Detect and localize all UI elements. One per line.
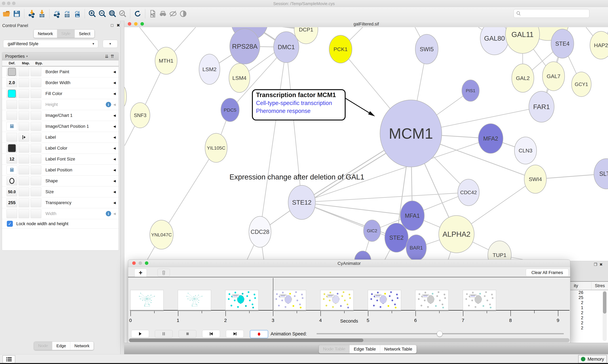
- keyframe-thumbnail[interactable]: [320, 290, 354, 310]
- default-value-cell[interactable]: [6, 67, 17, 76]
- properties-header[interactable]: Properties ▾ ⇊⇈: [2, 52, 119, 60]
- table-scrollbar[interactable]: [603, 290, 607, 341]
- pause-button[interactable]: [155, 330, 173, 338]
- node-bar1[interactable]: BAR1: [406, 235, 426, 261]
- bypass-cell[interactable]: [30, 187, 41, 196]
- node-pdc5[interactable]: PDC5: [221, 98, 239, 122]
- node-cln3[interactable]: CLN3: [514, 137, 537, 164]
- record-button[interactable]: [250, 330, 268, 338]
- mapping-cell[interactable]: [18, 67, 29, 76]
- property-row-border-width[interactable]: 2.0Border Width◀: [2, 77, 119, 88]
- node-mfa2[interactable]: MFA2: [478, 124, 503, 153]
- skip-end-button[interactable]: [226, 330, 244, 338]
- zoom-out-button[interactable]: [97, 9, 108, 19]
- column-centrality[interactable]: ity: [569, 282, 591, 290]
- property-row-border-paint[interactable]: Border Paint◀: [2, 66, 119, 77]
- keyframe-thumbnail[interactable]: [463, 290, 496, 310]
- default-value-cell[interactable]: [6, 133, 17, 142]
- expand-arrow-icon[interactable]: ◀: [113, 103, 116, 106]
- table-cell-value[interactable]: 2: [569, 310, 608, 315]
- dock-tab-node-table[interactable]: Node Table: [319, 345, 350, 353]
- export-image-button[interactable]: [72, 9, 82, 19]
- node-rps28a[interactable]: RPS28A: [230, 29, 260, 64]
- default-value-cell[interactable]: 50.0: [6, 187, 17, 196]
- edge[interactable]: [260, 47, 286, 232]
- tab-network[interactable]: Network: [70, 342, 94, 350]
- info-icon[interactable]: i: [106, 211, 111, 216]
- property-row-label-font-size[interactable]: 12Label Font Size◀: [2, 154, 119, 165]
- property-row-label-position[interactable]: Label Position◀: [2, 165, 119, 176]
- scrollbar-thumb[interactable]: [129, 338, 363, 342]
- timeline-scrollbar[interactable]: [129, 338, 569, 342]
- hide-details-button[interactable]: [168, 9, 178, 19]
- open-session-button[interactable]: [1, 9, 12, 19]
- table-cell-value[interactable]: 2: [569, 315, 608, 321]
- annotation-box[interactable]: Transcription factor MCM1 Cell-type-spec…: [252, 89, 346, 120]
- table-cell-value[interactable]: 2: [569, 300, 608, 305]
- mapping-cell[interactable]: [18, 144, 29, 153]
- default-value-cell[interactable]: 12: [6, 155, 17, 164]
- node-mcm1[interactable]: MCM1: [380, 100, 442, 167]
- keyframe-thumbnail[interactable]: [273, 290, 306, 310]
- bypass-cell[interactable]: [30, 122, 41, 131]
- mapping-cell[interactable]: [18, 166, 29, 174]
- slider-thumb[interactable]: [437, 331, 442, 337]
- default-value-cell[interactable]: [6, 209, 17, 218]
- float-panel-icon[interactable]: □: [111, 23, 113, 28]
- lock-size-checkbox[interactable]: ✓: [7, 221, 13, 227]
- zoom-selected-button[interactable]: [118, 9, 128, 19]
- delete-frame-button[interactable]: [158, 269, 170, 277]
- keyframe-thumbnail[interactable]: [368, 290, 401, 310]
- node-pis1[interactable]: PIS1: [462, 80, 479, 101]
- tab-style[interactable]: Style: [57, 30, 75, 38]
- clear-all-frames-button[interactable]: Clear All Frames: [526, 269, 568, 277]
- mapping-cell[interactable]: [18, 209, 29, 218]
- keyframe-thumbnail[interactable]: [130, 290, 164, 310]
- panel-window-icons[interactable]: ❐✖: [594, 262, 605, 267]
- tab-select[interactable]: Select: [75, 30, 94, 38]
- mapping-cell[interactable]: [18, 176, 29, 185]
- zoom-fit-button[interactable]: [108, 9, 118, 19]
- mapping-cell[interactable]: [18, 122, 29, 131]
- skip-start-button[interactable]: [202, 330, 220, 338]
- node-lsm4[interactable]: LSM4: [229, 64, 250, 92]
- property-row-shape[interactable]: Shape◀: [2, 176, 119, 186]
- default-value-cell[interactable]: [6, 100, 17, 109]
- mapping-cell[interactable]: [18, 89, 29, 98]
- default-value-cell[interactable]: 2.0: [6, 78, 17, 87]
- bypass-cell[interactable]: [30, 209, 41, 218]
- node-cdc42[interactable]: CDC42: [458, 179, 479, 206]
- refresh-layout-button[interactable]: [133, 9, 143, 19]
- node-lsm2[interactable]: LSM2: [199, 54, 220, 84]
- cyanimator-titlebar[interactable]: CyAnimator: [128, 260, 570, 267]
- export-table-button[interactable]: [62, 9, 72, 19]
- table-cell-value[interactable]: 25: [569, 295, 608, 300]
- scrollbar-thumb[interactable]: [603, 291, 607, 313]
- default-value-cell[interactable]: 255: [6, 198, 17, 207]
- memory-button[interactable]: Memory: [578, 355, 607, 363]
- node-mth1[interactable]: MTH1: [155, 47, 177, 74]
- close-panel-icon[interactable]: ✖: [117, 23, 120, 28]
- node-dmc1[interactable]: DMC1: [274, 32, 299, 63]
- mapping-cell[interactable]: [18, 100, 29, 109]
- table-header-row[interactable]: ity Stres: [569, 282, 608, 290]
- node-ste12[interactable]: STE12: [288, 185, 315, 220]
- bypass-cell[interactable]: [30, 166, 41, 174]
- node-gal11[interactable]: GAL11: [505, 27, 539, 53]
- mapping-cell[interactable]: [18, 198, 29, 207]
- edge[interactable]: [302, 202, 397, 238]
- expand-arrow-icon[interactable]: ◀: [113, 114, 116, 117]
- network-file-button[interactable]: [148, 9, 158, 19]
- default-value-cell[interactable]: [6, 176, 17, 185]
- dock-tab-edge-table[interactable]: Edge Table: [350, 345, 380, 353]
- table-cell-value[interactable]: 2: [569, 325, 608, 331]
- node-ynl047c[interactable]: YNL047C: [150, 220, 173, 249]
- column-stress[interactable]: Stres: [591, 283, 605, 288]
- table-cell-value[interactable]: 26: [569, 290, 608, 295]
- show-details-button[interactable]: [178, 9, 188, 19]
- bypass-cell[interactable]: [30, 176, 41, 185]
- property-row-label-color[interactable]: Label Color◀: [2, 143, 119, 154]
- mapping-cell[interactable]: [18, 155, 29, 164]
- property-row-height[interactable]: Heighti◀: [2, 99, 119, 110]
- default-value-cell[interactable]: [6, 111, 17, 120]
